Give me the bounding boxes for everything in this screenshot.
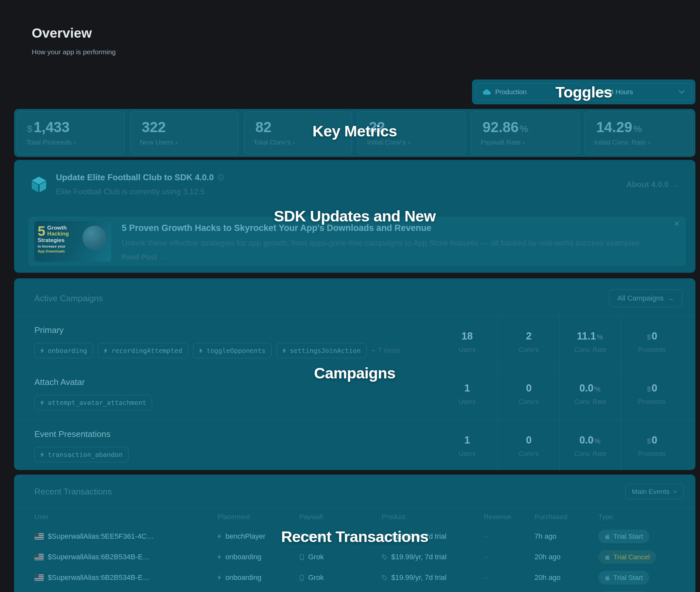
metric-value: $1,433 xyxy=(26,120,115,135)
blog-title: 5 Proven Growth Hacks to Skyrocket Your … xyxy=(122,223,642,233)
placement-chip[interactable]: recordingAttempted xyxy=(98,343,188,358)
paywall-name: Grok xyxy=(308,532,324,541)
col-header-paywall: Paywall xyxy=(299,513,382,521)
campaign-name: Attach Avatar xyxy=(34,377,436,387)
read-post-link[interactable]: Read Post → xyxy=(122,253,642,261)
metric-card-initial-conv-rate[interactable]: 14.29% Initial Conv. Rate› xyxy=(585,111,693,154)
tag-icon xyxy=(382,575,387,581)
close-icon[interactable]: × xyxy=(674,218,680,229)
stat-proceeds-label: Proceeds xyxy=(638,450,666,457)
metric-card-total-convs[interactable]: 82 Total Conv's› xyxy=(244,111,352,154)
table-row[interactable]: $SuperwallAlias:4757C981-4C… onboarding … xyxy=(14,588,695,592)
main-events-filter[interactable]: Main Events xyxy=(626,484,684,499)
metric-label: Paywall Rate› xyxy=(481,138,569,146)
campaign-stats: 1Users 0Conv's 0.0%Conv. Rate $0Proceeds xyxy=(436,368,682,420)
thumb-line: Growth xyxy=(47,225,69,231)
blog-thumbnail: 5 Growth Hacking Strategies to Increase … xyxy=(34,221,111,262)
transactions-header: Recent Transactions Main Events xyxy=(14,475,695,507)
revenue-value: -- xyxy=(484,573,535,582)
campaign-name: Primary xyxy=(34,325,436,335)
placement-chip[interactable]: toggleOpponents xyxy=(193,343,271,358)
user-alias: $SuperwallAlias:6B2B534B-E… xyxy=(48,573,150,582)
metric-card-total-proceeds[interactable]: $1,433 Total Proceeds› xyxy=(17,111,124,154)
product-name: $19.99/yr, 7d trial xyxy=(391,553,447,561)
campaign-row-attach-avatar[interactable]: Attach Avatar attempt_avatar_attachment … xyxy=(14,367,695,420)
campaign-row-event-presentations[interactable]: Event Presentations transaction_abandon … xyxy=(14,420,695,472)
bolt-icon xyxy=(104,348,108,354)
placement-name: onboarding xyxy=(226,573,261,582)
transaction-type-badge: Trial Start xyxy=(598,530,649,543)
stat-rate-label: Conv. Rate xyxy=(574,450,606,457)
page-header: Overview How your app is performing xyxy=(32,26,116,56)
col-header-revenue: Revenue xyxy=(484,513,535,521)
metric-card-paywall-rate[interactable]: 92.86% Paywall Rate› xyxy=(471,111,579,154)
placement-chip[interactable]: transaction_abandon xyxy=(34,447,129,462)
stat-users-label: Users xyxy=(459,346,476,354)
thumb-number: 5 xyxy=(38,225,45,238)
all-campaigns-button[interactable]: All Campaigns→ xyxy=(609,290,682,307)
chevron-right-icon: › xyxy=(73,138,76,146)
revenue-value: -- xyxy=(484,532,535,541)
chevron-down-icon xyxy=(679,90,685,94)
sdk-update-banner: Update Elite Football Club to SDK 4.0.0ⓘ… xyxy=(14,160,695,196)
table-row[interactable]: $SuperwallAlias:6B2B534B-E… onboarding G… xyxy=(14,547,695,567)
overview-dashboard: Overview How your app is performing Prod… xyxy=(0,0,700,592)
about-sdk-link[interactable]: About 4.0.0→ xyxy=(627,180,680,189)
bolt-icon xyxy=(217,534,221,539)
stat-proceeds-value: $0 xyxy=(646,382,657,394)
placement-chip[interactable]: settingsJoinAction xyxy=(277,343,367,358)
key-metrics-row: $1,433 Total Proceeds› 322 New Users› 82… xyxy=(14,109,695,157)
chevron-down-icon xyxy=(673,490,678,493)
stat-proceeds-value: $0 xyxy=(646,330,657,342)
table-row[interactable]: $SuperwallAlias:5EE5F361-4C… benchPlayer… xyxy=(14,526,695,547)
apple-icon xyxy=(605,554,610,560)
stat-users-value: 18 xyxy=(461,330,473,342)
transactions-title: Recent Transactions xyxy=(34,487,112,497)
bolt-icon xyxy=(199,348,203,354)
thumb-line: App Downloads xyxy=(38,249,108,253)
phone-icon xyxy=(299,575,304,581)
stat-rate-label: Conv. Rate xyxy=(574,398,606,405)
sdk-cube-icon xyxy=(31,176,47,193)
metric-card-new-users[interactable]: 322 New Users› xyxy=(130,111,238,154)
bolt-icon xyxy=(217,554,221,560)
toggles-bar: Production Last 24 Hours Toggles xyxy=(472,80,695,104)
metric-value: 322 xyxy=(140,120,229,135)
flag-icon xyxy=(34,554,44,560)
table-row[interactable]: $SuperwallAlias:6B2B534B-E… onboarding G… xyxy=(14,567,695,588)
col-header-purchased: Purchased xyxy=(535,513,598,521)
table-header-row: User Placement Paywall Product Revenue P… xyxy=(14,508,695,526)
col-header-user: User xyxy=(34,513,217,521)
col-header-product: Product xyxy=(382,513,484,521)
more-placements-label: + 7 more xyxy=(371,346,400,355)
transaction-type-badge: Trial Cancel xyxy=(598,550,656,564)
stat-proceeds-label: Proceeds xyxy=(638,346,666,354)
placement-chip[interactable]: attempt_avatar_attachment xyxy=(34,395,152,410)
stat-convs-value: 0 xyxy=(526,382,532,394)
campaign-row-primary[interactable]: Primary onboarding recordingAttempted to… xyxy=(14,315,695,367)
chevron-right-icon: › xyxy=(523,138,525,146)
product-name: $19.99/yr, 7d trial xyxy=(391,532,447,541)
paywall-name: Grok xyxy=(308,553,324,561)
recent-transactions-section: Recent Transactions Main Events User Pla… xyxy=(14,475,695,592)
active-campaigns-section: Active Campaigns All Campaigns→ Primary … xyxy=(14,278,695,470)
info-icon[interactable]: ⓘ xyxy=(218,174,224,182)
phone-icon xyxy=(299,554,304,560)
col-header-placement: Placement xyxy=(217,513,299,521)
metric-card-initial-convs[interactable]: 22 Initial Conv's› xyxy=(357,111,465,154)
campaign-stats: 1Users 0Conv's 0.0%Conv. Rate $0Proceeds xyxy=(436,420,682,472)
user-alias: $SuperwallAlias:5EE5F361-4C… xyxy=(48,532,154,541)
time-range-selector[interactable]: Last 24 Hours xyxy=(586,84,692,100)
stat-rate-value: 0.0% xyxy=(579,434,601,446)
environment-toggle[interactable]: Production xyxy=(476,84,582,100)
placement-chip[interactable]: onboarding xyxy=(34,343,93,358)
stat-users-value: 1 xyxy=(464,434,470,446)
chevron-right-icon: › xyxy=(175,138,178,146)
page-title: Overview xyxy=(32,26,116,41)
stat-convs-label: Conv's xyxy=(519,346,539,354)
blog-post-card[interactable]: 5 Growth Hacking Strategies to Increase … xyxy=(29,217,686,266)
cloud-icon xyxy=(483,89,491,95)
user-alias: $SuperwallAlias:6B2B534B-E… xyxy=(48,553,150,561)
bolt-icon xyxy=(40,348,45,354)
sdk-banner-subtitle: Elite Football Club is currently using 3… xyxy=(56,187,224,196)
